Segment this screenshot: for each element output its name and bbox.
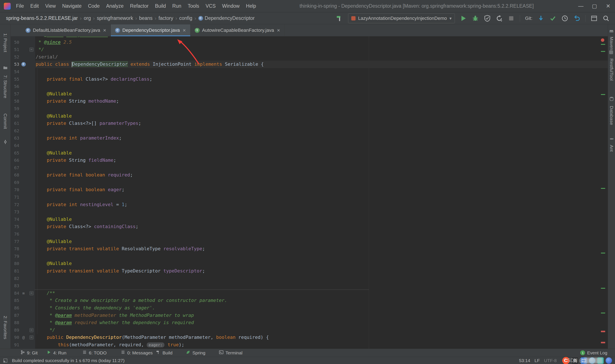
- menu-file[interactable]: File: [13, 0, 27, 12]
- line-number[interactable]: 90: [11, 334, 19, 341]
- line-number[interactable]: 75: [11, 223, 19, 230]
- database-icon[interactable]: [609, 96, 614, 101]
- line-number[interactable]: 80: [11, 260, 19, 267]
- toolwindow-6-todo[interactable]: 6: TODO: [82, 349, 107, 357]
- code-line[interactable]: 81 private transient volatile TypeDescri…: [11, 267, 608, 275]
- commit-icon[interactable]: [3, 140, 8, 144]
- update-project-button[interactable]: [537, 15, 544, 22]
- line-number[interactable]: 71: [11, 194, 19, 201]
- at-gutter-icon[interactable]: @: [19, 334, 28, 341]
- code-line[interactable]: 59: [11, 105, 608, 112]
- line-number[interactable]: 79: [11, 253, 19, 260]
- stripe-mark-red[interactable]: [601, 342, 605, 343]
- toolwindow-spring[interactable]: Spring: [186, 349, 205, 357]
- code-line[interactable]: 89− */: [11, 326, 608, 334]
- line-number[interactable]: 68: [11, 171, 19, 179]
- fold-marker[interactable]: −: [28, 326, 35, 334]
- code-line[interactable]: 62: [11, 127, 608, 135]
- code-line[interactable]: 73: [11, 208, 608, 216]
- line-number[interactable]: 66: [11, 156, 19, 164]
- fold-marker[interactable]: −: [28, 289, 35, 297]
- editor-tab-defaultlistablebeanfactory-java[interactable]: CDefaultListableBeanFactory.java✕: [21, 24, 111, 36]
- encoding-widget[interactable]: UTF-8: [544, 358, 557, 363]
- rollback-button[interactable]: [573, 15, 580, 22]
- line-number[interactable]: 77: [11, 238, 19, 245]
- code-line[interactable]: 65 @Nullable: [11, 149, 608, 157]
- line-number[interactable]: 83: [11, 282, 19, 289]
- caret-position-widget[interactable]: 53:14: [519, 358, 530, 363]
- breadcrumb-item[interactable]: org: [84, 15, 91, 21]
- doc-gutter-icon[interactable]: ≡: [19, 289, 28, 297]
- close-icon[interactable]: ✕: [103, 28, 106, 33]
- minimize-button[interactable]: —: [574, 0, 588, 12]
- code-line[interactable]: 77 @Nullable: [11, 238, 608, 245]
- stripe-mark-green[interactable]: [601, 51, 605, 52]
- code-line[interactable]: 60 @Nullable: [11, 112, 608, 120]
- stripe-mark-green[interactable]: [601, 44, 605, 45]
- line-number[interactable]: 58: [11, 98, 19, 105]
- code-line[interactable]: 82: [11, 275, 608, 282]
- line-number[interactable]: 81: [11, 267, 19, 275]
- line-number[interactable]: 54: [11, 68, 19, 76]
- code-line[interactable]: 85 * Create a new descriptor for a metho…: [11, 297, 608, 304]
- line-number[interactable]: 50: [11, 39, 19, 46]
- toolwindow-switcher-icon[interactable]: [3, 358, 8, 363]
- code-line[interactable]: 69: [11, 179, 608, 186]
- stripe-mark-green[interactable]: [601, 253, 605, 253]
- code-line[interactable]: 78 private transient volatile Resolvable…: [11, 245, 608, 253]
- line-number[interactable]: 91: [11, 341, 19, 349]
- line-number[interactable]: 65: [11, 149, 19, 157]
- menu-view[interactable]: View: [42, 0, 59, 12]
- line-number[interactable]: 78: [11, 245, 19, 253]
- code-line[interactable]: 75 private Class<?> containingClass;: [11, 223, 608, 230]
- code-line[interactable]: 66 private String fieldName;: [11, 156, 608, 164]
- line-number[interactable]: 87: [11, 312, 19, 319]
- maven-icon[interactable]: m: [609, 29, 614, 33]
- code-line[interactable]: 86 * Considers the dependency as 'eager'…: [11, 304, 608, 312]
- line-number[interactable]: 67: [11, 164, 19, 171]
- line-number[interactable]: 89: [11, 326, 19, 334]
- stripe-mark-green[interactable]: [601, 94, 605, 95]
- code-line[interactable]: 72 private int nestingLevel = 1;: [11, 201, 608, 208]
- stripe-mark-green[interactable]: [601, 288, 605, 289]
- code-line[interactable]: 84≡− /**: [11, 289, 608, 297]
- menu-analyze[interactable]: Analyze: [103, 0, 127, 12]
- search-everywhere-button[interactable]: [603, 15, 609, 22]
- code-line[interactable]: 87 * @param methodParameter the MethodPa…: [11, 312, 608, 319]
- line-number[interactable]: 74: [11, 216, 19, 223]
- code-line[interactable]: 79: [11, 253, 608, 260]
- profiler-button[interactable]: [496, 15, 503, 22]
- line-number[interactable]: 88: [11, 319, 19, 326]
- editor-tab-autowirecapablebeanfactory-java[interactable]: IAutowireCapableBeanFactory.java✕: [190, 24, 285, 36]
- fold-marker[interactable]: −: [28, 334, 35, 341]
- line-number[interactable]: 57: [11, 90, 19, 98]
- line-number[interactable]: 72: [11, 201, 19, 208]
- menu-help[interactable]: Help: [243, 0, 259, 12]
- menu-window[interactable]: Window: [219, 0, 243, 12]
- code-line[interactable]: 88 * @param required whether the depende…: [11, 319, 608, 326]
- line-number[interactable]: 53: [11, 61, 19, 68]
- editor-tab-dependencydescriptor-java[interactable]: CDependencyDescriptor.java✕: [111, 24, 190, 36]
- history-button[interactable]: [562, 15, 568, 22]
- code-line[interactable]: 49 * @author Juergen Hoeller: [11, 36, 608, 39]
- line-number[interactable]: 64: [11, 142, 19, 149]
- toolwindow-1-project[interactable]: 1: Project: [3, 33, 8, 52]
- code-line[interactable]: 55 private final Class<?> declaringClass…: [11, 76, 608, 83]
- menu-edit[interactable]: Edit: [27, 0, 42, 12]
- code-line[interactable]: 63 private int parameterIndex;: [11, 134, 608, 142]
- toolwindow-0-messages[interactable]: 0: Messages: [121, 349, 153, 357]
- toolwindow-4-run[interactable]: 4: Run: [47, 349, 67, 357]
- toolwindow-9-git[interactable]: 9: Git: [20, 349, 38, 357]
- code-line[interactable]: 57 @Nullable: [11, 90, 608, 98]
- line-number[interactable]: 52: [11, 53, 19, 61]
- line-number[interactable]: 63: [11, 134, 19, 142]
- close-button[interactable]: ✕: [601, 0, 615, 12]
- fold-marker[interactable]: −: [28, 46, 35, 53]
- line-number[interactable]: 60: [11, 112, 19, 120]
- close-icon[interactable]: ✕: [277, 28, 280, 33]
- line-number[interactable]: 70: [11, 186, 19, 194]
- toolwindow-build[interactable]: Build: [156, 349, 173, 357]
- run-config-select[interactable]: LazyAnnotationDependencyInjectionDemo ▾: [348, 13, 455, 23]
- code-line[interactable]: 64: [11, 142, 608, 149]
- code-line[interactable]: 91 this(methodParameter, required, eager…: [11, 341, 608, 349]
